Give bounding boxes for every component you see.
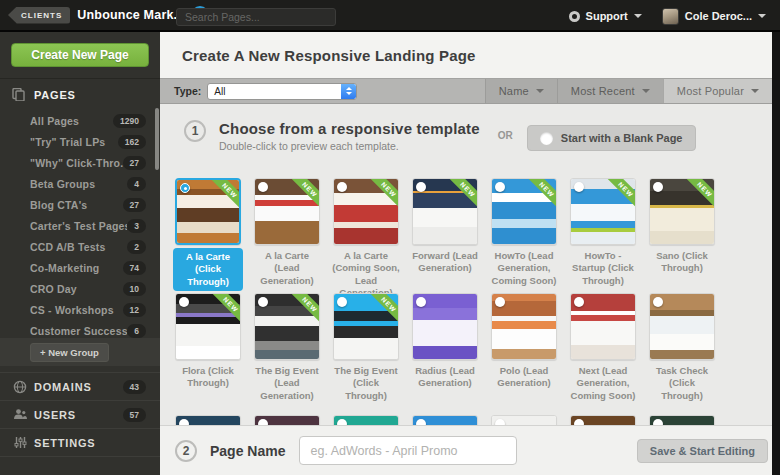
template-radio-icon[interactable] bbox=[653, 182, 663, 192]
user-menu[interactable]: Cole Deroc... bbox=[656, 8, 772, 25]
topbar-right: Support Cole Deroc... bbox=[563, 0, 772, 32]
template-card[interactable]: NEWA la Carte (Click Through) bbox=[175, 178, 241, 291]
page-group-label: CCD A/B Tests bbox=[30, 241, 127, 253]
settings-sliders-icon bbox=[12, 436, 28, 449]
template-card[interactable]: NEWForward (Lead Generation) bbox=[412, 178, 478, 275]
chevron-down-icon bbox=[642, 89, 650, 93]
chevron-down-icon bbox=[536, 89, 544, 93]
sort-group: NameMost RecentMost Popular bbox=[485, 79, 772, 103]
template-name-label: A la Carte (Coming Soon, Lead Generation… bbox=[331, 250, 401, 299]
support-label: Support bbox=[586, 10, 628, 22]
thumb-stripe bbox=[492, 219, 556, 228]
domains-label: DOMAINS bbox=[34, 381, 123, 393]
step2-number: 2 bbox=[175, 440, 197, 462]
template-card[interactable]: NEWThe Big Event (Click Through) bbox=[333, 293, 399, 402]
thumb-stripe bbox=[334, 205, 398, 222]
template-radio-icon[interactable] bbox=[574, 182, 584, 192]
sidebar-item-page-group[interactable]: Blog CTA's27 bbox=[0, 194, 160, 215]
template-radio-icon[interactable] bbox=[179, 297, 189, 307]
template-thumbnail bbox=[570, 293, 636, 360]
sidebar-item-page-group[interactable]: CS - Workshops12 bbox=[0, 299, 160, 320]
template-card[interactable]: Next (Lead Generation, Coming Soon) bbox=[570, 293, 636, 402]
template-radio-icon[interactable] bbox=[653, 297, 663, 307]
sidebar-item-page-group[interactable]: "Why" Click-Thro...27 bbox=[0, 152, 160, 173]
save-start-editing-button[interactable]: Save & Start Editing bbox=[637, 439, 768, 463]
sidebar-item-page-group[interactable]: "Try" Trial LPs162 bbox=[0, 131, 160, 152]
search-input[interactable] bbox=[176, 8, 336, 26]
top-bar: CLIENTS Unbounce Mark... Ø Support Cole … bbox=[0, 0, 780, 32]
page-group-label: Co-Marketing bbox=[30, 262, 123, 274]
thumb-stripe bbox=[492, 228, 556, 244]
page-group-count-badge: 6 bbox=[127, 324, 146, 338]
sidebar-section-pages[interactable]: PAGES bbox=[12, 88, 76, 101]
page-group-label: Beta Groups bbox=[30, 178, 127, 190]
thumb-stripe bbox=[177, 222, 239, 233]
pages-icon bbox=[12, 88, 25, 101]
template-radio-icon[interactable] bbox=[337, 182, 347, 192]
template-card[interactable]: NEWSano (Click Through) bbox=[649, 178, 715, 275]
filter-toolbar: Type: All NameMost RecentMost Popular bbox=[160, 78, 772, 104]
support-menu[interactable]: Support bbox=[563, 10, 648, 22]
thumb-stripe bbox=[255, 206, 319, 220]
template-name-label: Radius (Lead Generation) bbox=[410, 365, 480, 390]
template-card[interactable]: Polo (Lead Generation) bbox=[491, 293, 557, 390]
create-new-page-button[interactable]: Create New Page bbox=[11, 43, 149, 67]
sort-button-most-recent[interactable]: Most Recent bbox=[557, 79, 663, 103]
template-radio-icon[interactable] bbox=[416, 297, 426, 307]
template-thumbnail: NEW bbox=[175, 178, 241, 245]
template-radio-selected-icon[interactable] bbox=[180, 183, 190, 193]
thumb-stripe bbox=[650, 231, 714, 244]
type-select-value: All bbox=[208, 86, 341, 97]
sidebar-item-page-group[interactable]: Beta Groups4 bbox=[0, 173, 160, 194]
sidebar-scrollbar[interactable] bbox=[155, 108, 159, 170]
thumb-stripe bbox=[413, 346, 477, 359]
thumb-stripe bbox=[176, 324, 240, 346]
thumb-stripe bbox=[177, 233, 239, 243]
template-thumbnail: NEW bbox=[333, 178, 399, 245]
template-radio-icon[interactable] bbox=[574, 297, 584, 307]
sidebar-item-page-group[interactable]: Carter's Test Pages3 bbox=[0, 215, 160, 236]
sidebar-item-users[interactable]: USERS 57 bbox=[0, 400, 160, 428]
sidebar-item-page-group[interactable]: CRO Day10 bbox=[0, 278, 160, 299]
template-card[interactable]: NEWA la Carte (Coming Soon, Lead Generat… bbox=[333, 178, 399, 299]
template-card[interactable]: NEWHowTo - Startup (Click Through) bbox=[570, 178, 636, 287]
template-radio-icon[interactable] bbox=[416, 182, 426, 192]
sort-button-most-popular[interactable]: Most Popular bbox=[663, 79, 772, 103]
sidebar-item-settings[interactable]: SETTINGS bbox=[0, 428, 160, 457]
template-name-label: Sano (Click Through) bbox=[647, 250, 717, 275]
template-card[interactable]: NEWA la Carte (Lead Generation) bbox=[254, 178, 320, 287]
template-card[interactable]: Task Check (Click Through) bbox=[649, 293, 715, 402]
sidebar-item-domains[interactable]: DOMAINS 43 bbox=[0, 372, 160, 400]
template-radio-icon[interactable] bbox=[495, 182, 505, 192]
template-card[interactable]: Radius (Lead Generation) bbox=[412, 293, 478, 390]
template-card[interactable]: NEWFlora (Click Through) bbox=[175, 293, 241, 390]
page-group-count-badge: 74 bbox=[123, 261, 146, 275]
thumb-stripe bbox=[650, 316, 714, 334]
type-select[interactable]: All bbox=[207, 83, 357, 100]
clients-back-button[interactable]: CLIENTS bbox=[8, 7, 70, 24]
template-radio-icon[interactable] bbox=[258, 297, 268, 307]
sidebar-item-page-group[interactable]: CCD A/B Tests2 bbox=[0, 236, 160, 257]
thumb-stripe bbox=[650, 350, 714, 359]
users-label: USERS bbox=[34, 409, 123, 421]
template-radio-icon[interactable] bbox=[258, 182, 268, 192]
account-title[interactable]: Unbounce Mark... bbox=[77, 8, 184, 22]
template-thumbnail: NEW bbox=[570, 178, 636, 245]
page-name-input[interactable] bbox=[299, 436, 517, 465]
thumb-stripe bbox=[255, 326, 319, 340]
sidebar-item-page-group[interactable]: All Pages1290 bbox=[0, 110, 160, 131]
thumb-stripe bbox=[334, 338, 398, 359]
template-radio-icon[interactable] bbox=[337, 297, 347, 307]
new-group-button[interactable]: + New Group bbox=[30, 343, 109, 362]
main-panel: Create A New Responsive Landing Page Typ… bbox=[160, 32, 772, 475]
template-name-label: Task Check (Click Through) bbox=[647, 365, 717, 402]
template-thumbnail: NEW bbox=[333, 293, 399, 360]
thumb-stripe bbox=[413, 227, 477, 244]
template-radio-icon[interactable] bbox=[495, 297, 505, 307]
template-card[interactable]: NEWThe Big Event (Lead Generation) bbox=[254, 293, 320, 402]
sidebar-item-page-group[interactable]: Co-Marketing74 bbox=[0, 257, 160, 278]
page-group-label: CRO Day bbox=[30, 283, 123, 295]
sort-button-name[interactable]: Name bbox=[485, 79, 557, 103]
template-card[interactable]: NEWHowTo (Lead Generation, Coming Soon) bbox=[491, 178, 557, 287]
start-blank-page-button[interactable]: Start with a Blank Page bbox=[527, 125, 696, 151]
